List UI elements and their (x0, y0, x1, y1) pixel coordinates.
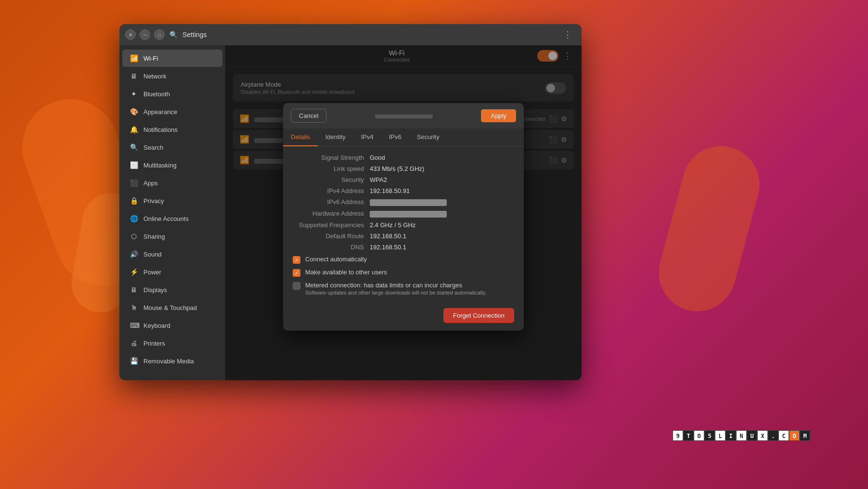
sound-icon: 🔊 (130, 250, 138, 258)
ssid-display (375, 115, 433, 118)
sidebar-item-search[interactable]: 🔍 Search (122, 139, 222, 156)
menu-icon[interactable]: ⋮ (559, 27, 576, 42)
sidebar-label-wifi: Wi-Fi (143, 55, 158, 62)
close-button[interactable]: ✕ (125, 29, 136, 40)
sidebar-item-power[interactable]: ⚡ Power (122, 263, 222, 281)
ipv4-value: 192.168.50.91 (370, 187, 410, 194)
sidebar-label-search: Search (143, 144, 163, 151)
tab-ipv4[interactable]: IPv4 (353, 129, 381, 146)
sidebar-item-printers[interactable]: 🖨 Printers (122, 335, 222, 352)
detail-row-hw: Hardware Address (293, 210, 514, 218)
sidebar-label-printers: Printers (143, 340, 165, 347)
sidebar-item-removable[interactable]: 💾 Removable Media (122, 352, 222, 370)
freq-label: Supported Frequencies (293, 221, 370, 229)
sidebar-label-bluetooth: Bluetooth (143, 90, 170, 98)
sidebar-item-keyboard[interactable]: ⌨ Keyboard (122, 317, 222, 334)
settings-window: ✕ ─ □ 🔍 Settings ⋮ 📶 Wi-Fi 🖥 Network ✦ B… (119, 24, 582, 380)
metered-label: Metered connection: has data limits or c… (305, 282, 486, 289)
wifi-icon: 📶 (130, 54, 138, 62)
sidebar: 📶 Wi-Fi 🖥 Network ✦ Bluetooth 🎨 Appearan… (119, 45, 225, 380)
sidebar-item-sharing[interactable]: ⬡ Sharing (122, 228, 222, 245)
sidebar-label-sound: Sound (143, 251, 162, 258)
sidebar-label-appearance: Appearance (143, 108, 177, 116)
signal-value: Good (370, 154, 385, 161)
dialog-body: Signal Strength Good Link speed 433 Mb/s… (283, 146, 524, 331)
sidebar-label-mouse: Mouse & Touchpad (143, 304, 197, 311)
security-label: Security (293, 176, 370, 183)
ipv6-label: IPv6 Address (293, 198, 370, 206)
detail-row-link: Link speed 433 Mb/s (5.2 GHz) (293, 165, 514, 172)
ipv6-value (370, 199, 447, 206)
search-icon[interactable]: 🔍 (169, 31, 178, 39)
detail-row-ipv4: IPv4 Address 192.168.50.91 (293, 187, 514, 194)
sidebar-item-displays[interactable]: 🖥 Displays (122, 281, 222, 298)
tab-details[interactable]: Details (283, 129, 318, 146)
apps-icon: ⬛ (130, 179, 138, 187)
link-value: 433 Mb/s (5.2 GHz) (370, 165, 424, 172)
sidebar-item-appearance[interactable]: 🎨 Appearance (122, 103, 222, 120)
sidebar-item-mouse[interactable]: 🖱 Mouse & Touchpad (122, 299, 222, 316)
connect-auto-row: Connect automatically (293, 256, 514, 264)
signal-label: Signal Strength (293, 154, 370, 161)
maximize-button[interactable]: □ (154, 29, 165, 40)
sidebar-label-power: Power (143, 269, 161, 276)
power-icon: ⚡ (130, 268, 138, 276)
multitasking-icon: ⬜ (130, 161, 138, 169)
sidebar-label-multitasking: Multitasking (143, 162, 177, 169)
connection-dialog: Cancel Apply Details Identity IPv4 IPv6 … (283, 103, 524, 331)
sidebar-item-apps[interactable]: ⬛ Apps (122, 174, 222, 192)
dialog-tabs: Details Identity IPv4 IPv6 Security (283, 129, 524, 146)
sidebar-label-removable: Removable Media (143, 358, 194, 365)
make-available-checkbox[interactable] (293, 269, 300, 277)
security-value: WPA2 (370, 176, 387, 183)
hw-value (370, 211, 447, 218)
sidebar-label-online-accounts: Online Accounts (143, 215, 189, 222)
freq-value: 2.4 GHz / 5 GHz (370, 221, 415, 229)
sidebar-item-notifications[interactable]: 🔔 Notifications (122, 121, 222, 138)
route-label: Default Route (293, 232, 370, 240)
metered-checkbox[interactable] (293, 282, 300, 290)
metered-row: Metered connection: has data limits or c… (293, 282, 514, 296)
detail-row-dns: DNS 192.168.50.1 (293, 244, 514, 251)
mouse-icon: 🖱 (130, 304, 138, 311)
detail-row-freq: Supported Frequencies 2.4 GHz / 5 GHz (293, 221, 514, 229)
sidebar-item-online-accounts[interactable]: 🌐 Online Accounts (122, 210, 222, 227)
sidebar-label-keyboard: Keyboard (143, 322, 170, 329)
sidebar-item-wifi[interactable]: 📶 Wi-Fi (122, 50, 222, 67)
search-nav-icon: 🔍 (130, 143, 138, 151)
notifications-icon: 🔔 (130, 126, 138, 133)
appearance-icon: 🎨 (130, 108, 138, 116)
detail-row-route: Default Route 192.168.50.1 (293, 232, 514, 240)
removable-icon: 💾 (130, 357, 138, 365)
sidebar-item-sound[interactable]: 🔊 Sound (122, 245, 222, 263)
minimize-button[interactable]: ─ (140, 29, 150, 40)
forget-row: Forget Connection (293, 300, 514, 323)
sidebar-label-sharing: Sharing (143, 233, 165, 240)
sidebar-item-privacy[interactable]: 🔒 Privacy (122, 192, 222, 209)
sidebar-item-multitasking[interactable]: ⬜ Multitasking (122, 156, 222, 174)
sidebar-item-network[interactable]: 🖥 Network (122, 67, 222, 85)
tab-identity[interactable]: Identity (318, 129, 353, 146)
hw-label: Hardware Address (293, 210, 370, 218)
tab-security[interactable]: Security (409, 129, 447, 146)
keyboard-icon: ⌨ (130, 322, 138, 329)
sidebar-item-bluetooth[interactable]: ✦ Bluetooth (122, 85, 222, 103)
watermark: 9TO5LINUX.COM (673, 430, 810, 441)
right-panel: Wi-Fi Connected ⋮ Airplane Mode Disables… (225, 45, 582, 380)
make-available-label: Make available to other users (305, 269, 387, 276)
sidebar-label-notifications: Notifications (143, 126, 178, 133)
forget-connection-button[interactable]: Forget Connection (443, 308, 514, 323)
apply-button[interactable]: Apply (481, 109, 516, 122)
detail-row-signal: Signal Strength Good (293, 154, 514, 161)
window-title: Settings (182, 31, 559, 39)
route-value: 192.168.50.1 (370, 232, 406, 240)
metered-text: Metered connection: has data limits or c… (305, 282, 486, 296)
cancel-button[interactable]: Cancel (291, 109, 326, 123)
tab-ipv6[interactable]: IPv6 (381, 129, 409, 146)
sidebar-label-network: Network (143, 73, 167, 80)
printers-icon: 🖨 (130, 339, 138, 347)
privacy-icon: 🔒 (130, 197, 138, 205)
window-body: 📶 Wi-Fi 🖥 Network ✦ Bluetooth 🎨 Appearan… (119, 45, 582, 380)
bg-decoration-2 (650, 137, 768, 320)
connect-auto-checkbox[interactable] (293, 256, 300, 264)
